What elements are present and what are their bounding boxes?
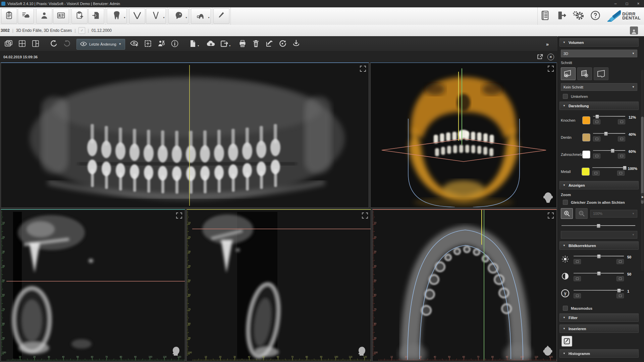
- preset-max-button[interactable]: [618, 154, 625, 159]
- close-image-button[interactable]: ×: [547, 54, 554, 60]
- select-region-button[interactable]: [141, 38, 155, 50]
- dropdown-caret-icon[interactable]: ▼: [208, 16, 210, 19]
- dropdown-caret-icon[interactable]: ▼: [185, 16, 187, 19]
- preset-max-button[interactable]: [616, 293, 624, 298]
- worklist-button[interactable]: [1, 8, 17, 24]
- brightness-slider[interactable]: [574, 254, 624, 258]
- preset-max-button[interactable]: [616, 259, 624, 264]
- sagittal-image[interactable]: 102030405060708090100 102030405060708090…: [1, 210, 185, 361]
- section-inserieren[interactable]: ▼ Inserieren: [559, 324, 639, 333]
- volume-3d-image[interactable]: [371, 63, 556, 207]
- export-button[interactable]: ▼: [218, 38, 231, 50]
- sidebar-flyout-arrow[interactable]: ▶: [641, 193, 644, 200]
- preset-max-button[interactable]: [618, 136, 625, 141]
- viewport-axial[interactable]: 102030405060708090100 102030405060708090…: [372, 209, 557, 361]
- preset-min-button[interactable]: [593, 119, 600, 124]
- sidebar-scrollbar[interactable]: [641, 70, 644, 271]
- gamma-slider[interactable]: [574, 288, 624, 292]
- slice-mode-slab-button[interactable]: [561, 67, 576, 80]
- layout-grid-button[interactable]: [15, 38, 29, 50]
- section-volumen[interactable]: ▼ Volumen: [559, 38, 639, 47]
- mouse-mode-checkbox[interactable]: [563, 306, 568, 311]
- viewport-panorama[interactable]: [1, 62, 369, 208]
- fullscreen-icon[interactable]: [362, 213, 368, 219]
- preset-min-button[interactable]: [593, 136, 600, 141]
- ceph-button[interactable]: ▼: [168, 8, 189, 24]
- fullscreen-icon[interactable]: [360, 66, 366, 72]
- section-bildkorrekturen[interactable]: ▼ Bildkorrekturen: [559, 241, 639, 250]
- assign-patient-button[interactable]: [155, 38, 168, 50]
- slice-mode-plane-button[interactable]: [594, 67, 608, 80]
- view-preset-dropdown[interactable]: ▼: [561, 231, 637, 239]
- dropdown-caret-icon[interactable]: ▼: [197, 45, 200, 47]
- close-button[interactable]: ×: [633, 0, 644, 7]
- axial-image[interactable]: 102030405060708090100 102030405060708090…: [373, 210, 556, 361]
- viewport-cross-section[interactable]: 102030405060708090100 102030405060708090…: [186, 209, 371, 361]
- zahnschmelz-slider[interactable]: [593, 148, 625, 153]
- patient-card-button[interactable]: [53, 8, 69, 24]
- history-dropdown[interactable]: Letzte Änderung ▼: [76, 39, 125, 50]
- preset-max-button[interactable]: [616, 276, 624, 281]
- preset-min-button[interactable]: [574, 259, 581, 264]
- zoom-value-dropdown[interactable]: 100% ▼: [590, 210, 637, 218]
- preset-min-button[interactable]: [574, 276, 581, 281]
- schnitt-dropdown[interactable]: Kein Schnitt ▼: [561, 83, 637, 91]
- invert-checkbox[interactable]: [563, 94, 568, 99]
- minimize-button[interactable]: –: [610, 0, 621, 7]
- preset-max-button[interactable]: [617, 171, 625, 176]
- rotate-reset-button[interactable]: [276, 38, 289, 50]
- redo-button[interactable]: [60, 38, 74, 50]
- color-swatch[interactable]: [582, 116, 590, 124]
- preset-min-button[interactable]: [593, 154, 600, 159]
- color-swatch[interactable]: [582, 168, 589, 176]
- fullscreen-icon[interactable]: [548, 66, 554, 72]
- color-swatch[interactable]: [582, 150, 590, 159]
- patient-case-name[interactable]: 3D Endo Fälle, 3D Endo Cases: [16, 28, 72, 33]
- section-filter[interactable]: ▼ Filter: [559, 313, 639, 322]
- color-swatch[interactable]: [582, 133, 590, 141]
- viewport-3d[interactable]: [370, 62, 557, 208]
- section-histogramm[interactable]: ▼ Histogramm: [559, 349, 639, 358]
- toolbar-overflow-button[interactable]: »: [546, 41, 549, 47]
- viewport-sagittal[interactable]: 102030405060708090100 102030405060708090…: [1, 209, 185, 361]
- preset-max-button[interactable]: [618, 119, 625, 124]
- fullscreen-icon[interactable]: [176, 213, 182, 219]
- settings-button[interactable]: [571, 9, 586, 23]
- orientation-head-icon[interactable]: [357, 346, 367, 357]
- dropdown-caret-icon[interactable]: ▼: [229, 45, 231, 47]
- maximize-button[interactable]: □: [621, 0, 633, 7]
- preset-min-button[interactable]: [574, 293, 581, 298]
- info-button[interactable]: [168, 38, 181, 50]
- patient-photo-icon[interactable]: [630, 26, 638, 35]
- fullscreen-icon[interactable]: [548, 213, 554, 219]
- print-button[interactable]: [236, 38, 249, 50]
- import-image-button[interactable]: [88, 8, 104, 24]
- worklist-status-button[interactable]: [18, 8, 34, 24]
- delete-button[interactable]: [249, 38, 263, 50]
- dropdown-caret-icon[interactable]: ▼: [163, 16, 165, 19]
- knochen-slider[interactable]: [593, 114, 625, 118]
- metall-slider[interactable]: [592, 166, 625, 170]
- undo-button[interactable]: [47, 38, 60, 50]
- zoom-in-button[interactable]: [561, 208, 573, 219]
- report-button[interactable]: ▼: [186, 38, 200, 50]
- scrollbar-thumb[interactable]: [641, 117, 644, 204]
- zoom-out-button[interactable]: [576, 208, 588, 219]
- open-external-icon[interactable]: [537, 54, 543, 60]
- orientation-head-icon[interactable]: [171, 346, 181, 357]
- slice-mode-clip-button[interactable]: [577, 67, 592, 80]
- section-anzeigen[interactable]: ▼ Anzeigen: [559, 181, 639, 189]
- cloud-upload-button[interactable]: [204, 38, 218, 50]
- new-job-button[interactable]: [71, 8, 88, 24]
- insert-annotation-button[interactable]: [561, 336, 572, 347]
- layout-custom-button[interactable]: [29, 38, 42, 50]
- pano-image[interactable]: [1, 63, 369, 207]
- probe-button[interactable]: [213, 8, 229, 24]
- preset-min-button[interactable]: [592, 171, 600, 176]
- bitewing-button[interactable]: [129, 8, 145, 24]
- cross-section-image[interactable]: 102030405060708090100 102030405060708090…: [187, 210, 371, 361]
- help-button[interactable]: [588, 9, 603, 23]
- archive-button[interactable]: [538, 9, 552, 23]
- logout-button[interactable]: [554, 9, 569, 23]
- dentin-slider[interactable]: [593, 131, 625, 135]
